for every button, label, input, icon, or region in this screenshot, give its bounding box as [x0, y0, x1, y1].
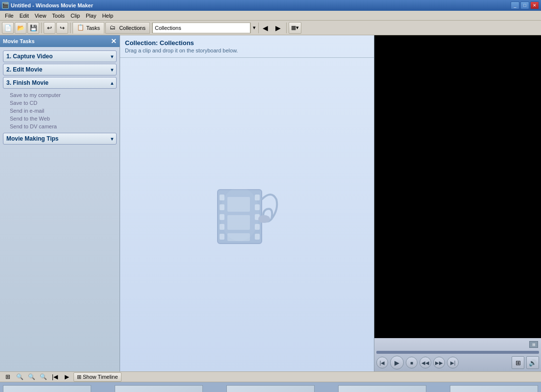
- edit-movie-section[interactable]: 2. Edit Movie ▾: [3, 64, 117, 75]
- full-screen-button[interactable]: ⊞: [512, 356, 524, 369]
- collections-icon: 🗂: [110, 24, 118, 32]
- timeline-toolbar: ⊞ 🔍 🔍 🔍 |◀ ▶ ⊞ Show Timeline: [0, 371, 541, 382]
- menu-help[interactable]: Help: [99, 12, 116, 20]
- undo-button[interactable]: ↩: [44, 22, 55, 34]
- close-button[interactable]: ✕: [530, 1, 539, 9]
- skip-end-button[interactable]: ▶|: [447, 357, 459, 368]
- collections-dropdown[interactable]: Collections: [152, 23, 250, 33]
- sidebar-close[interactable]: ✕: [111, 37, 117, 45]
- tasks-tab-label: Tasks: [86, 25, 100, 31]
- title-bar-controls: _ □ ✕: [511, 1, 539, 9]
- finish-movie-section[interactable]: 3. Finish Movie ▴: [3, 77, 117, 89]
- menu-clip[interactable]: Clip: [68, 12, 83, 20]
- storyboard-icon[interactable]: ⊞: [3, 372, 13, 381]
- redo-button[interactable]: ↪: [56, 22, 68, 34]
- open-button[interactable]: 📂: [15, 22, 26, 34]
- film-strip-icon: [208, 175, 286, 254]
- finish-movie-subtasks: Save to my computer Save to CD Send in e…: [3, 90, 117, 131]
- skip-start-button[interactable]: |◀: [376, 357, 388, 368]
- tasks-icon: 📋: [77, 24, 85, 32]
- preview-panel: ⊞ |◀ ▶ ■ ◀◀ ▶▶ ▶| ⊞ 🔊: [374, 35, 541, 371]
- stop-button[interactable]: ■: [406, 357, 418, 368]
- title-bar-left: 🎬 Untitled - Windows Movie Maker: [2, 2, 93, 9]
- preview-controls: ⊞ |◀ ▶ ■ ◀◀ ▶▶ ▶| ⊞ 🔊: [374, 338, 541, 371]
- movie-tips-label: Movie Making Tips: [6, 135, 58, 142]
- menu-file[interactable]: File: [2, 12, 17, 20]
- send-email-item[interactable]: Send in e-mail: [8, 107, 112, 115]
- movie-tips-section[interactable]: Movie Making Tips ▾: [3, 133, 117, 145]
- capture-video-section[interactable]: 1. Capture Video ▾: [3, 50, 117, 62]
- save-computer-item[interactable]: Save to my computer: [8, 91, 112, 99]
- storyboard-clip-3[interactable]: [226, 385, 315, 392]
- collection-header: Collection: Collections Drag a clip and …: [120, 35, 374, 58]
- collection-title: Collection: Collections: [125, 39, 369, 47]
- forward-button[interactable]: ▶: [272, 22, 284, 34]
- sidebar: Movie Tasks ✕ 1. Capture Video ▾ 2. Edit…: [0, 35, 120, 371]
- menu-bar: File Edit View Tools Clip Play Help: [0, 11, 541, 21]
- preview-monitor-area: ⊞: [376, 340, 539, 349]
- show-timeline-icon: ⊞: [77, 374, 81, 380]
- collections-dropdown-value: Collections: [155, 25, 181, 31]
- toolbar: 📄 📂 💾 ↩ ↪ 📋 Tasks 🗂 Collections Collecti…: [0, 21, 541, 35]
- collections-dropdown-arrow[interactable]: ▾: [250, 23, 258, 33]
- view-button[interactable]: ▦▾: [289, 22, 301, 34]
- collections-tab[interactable]: 🗂 Collections: [105, 22, 150, 34]
- show-timeline-button[interactable]: ⊞ Show Timeline: [74, 372, 122, 382]
- send-web-item[interactable]: Send to the Web: [8, 115, 112, 122]
- play-button[interactable]: ▶: [390, 356, 404, 369]
- separator-3: [286, 23, 287, 33]
- storyboard-clip-1[interactable]: [3, 385, 91, 392]
- title-bar: 🎬 Untitled - Windows Movie Maker _ □ ✕: [0, 0, 541, 11]
- movie-tips-arrow: ▾: [111, 136, 113, 142]
- collections-tab-label: Collections: [119, 25, 146, 31]
- minimize-button[interactable]: _: [511, 1, 519, 9]
- window-title: Untitled - Windows Movie Maker: [11, 2, 93, 8]
- preview-seekbar[interactable]: [376, 351, 539, 354]
- collection-subtitle: Drag a clip and drop it on the storyboar…: [125, 48, 369, 53]
- storyboard-clip-4[interactable]: [338, 385, 426, 392]
- separator-2: [70, 23, 71, 33]
- maximize-button[interactable]: □: [520, 1, 529, 9]
- zoom-tool-icon[interactable]: 🔍: [15, 372, 25, 381]
- back-button[interactable]: ◀: [260, 22, 271, 34]
- menu-tools[interactable]: Tools: [49, 12, 68, 20]
- svg-point-15: [220, 187, 259, 241]
- save-button[interactable]: 💾: [27, 22, 39, 34]
- storyboard-clip-2[interactable]: [115, 385, 203, 392]
- menu-edit[interactable]: Edit: [17, 12, 32, 20]
- collection-content: [120, 58, 374, 371]
- sidebar-header: Movie Tasks ✕: [0, 35, 120, 47]
- svg-rect-5: [220, 234, 224, 240]
- save-cd-item[interactable]: Save to CD: [8, 99, 112, 107]
- edit-movie-label: 2. Edit Movie: [6, 66, 42, 73]
- show-timeline-label: Show Timeline: [83, 374, 118, 380]
- edit-movie-arrow: ▾: [111, 67, 113, 73]
- zoom-in-button[interactable]: 🔍: [38, 372, 48, 381]
- view-icon: ▦: [291, 24, 296, 31]
- menu-view[interactable]: View: [32, 12, 49, 20]
- finish-movie-arrow: ▴: [111, 80, 113, 86]
- task-section: 1. Capture Video ▾ 2. Edit Movie ▾ 3. Fi…: [0, 47, 120, 148]
- next-frame-button[interactable]: ▶▶: [433, 357, 445, 368]
- rewind-button[interactable]: |◀: [50, 372, 60, 381]
- svg-point-14: [258, 215, 270, 223]
- volume-button[interactable]: 🔊: [526, 356, 539, 369]
- preview-buttons: |◀ ▶ ■ ◀◀ ▶▶ ▶| ⊞ 🔊: [376, 356, 539, 369]
- finish-movie-label: 3. Finish Movie: [6, 79, 49, 86]
- play-timeline-button[interactable]: ▶: [62, 372, 72, 381]
- storyboard: ▶ ▶ ▶ ▶: [0, 382, 541, 392]
- svg-rect-10: [255, 234, 260, 240]
- tasks-tab[interactable]: 📋 Tasks: [73, 22, 104, 34]
- collection-area: Collection: Collections Drag a clip and …: [120, 35, 374, 371]
- storyboard-clip-5[interactable]: [450, 385, 538, 392]
- capture-video-label: 1. Capture Video: [6, 53, 52, 60]
- zoom-out-button[interactable]: 🔍: [26, 372, 36, 381]
- monitor-button[interactable]: ⊞: [529, 341, 538, 348]
- capture-video-arrow: ▾: [111, 54, 113, 59]
- sidebar-title: Movie Tasks: [3, 38, 35, 44]
- prev-frame-button[interactable]: ◀◀: [419, 357, 431, 368]
- menu-play[interactable]: Play: [83, 12, 99, 20]
- send-dv-item[interactable]: Send to DV camera: [8, 122, 112, 130]
- new-button[interactable]: 📄: [2, 22, 14, 34]
- main-layout: Movie Tasks ✕ 1. Capture Video ▾ 2. Edit…: [0, 35, 541, 371]
